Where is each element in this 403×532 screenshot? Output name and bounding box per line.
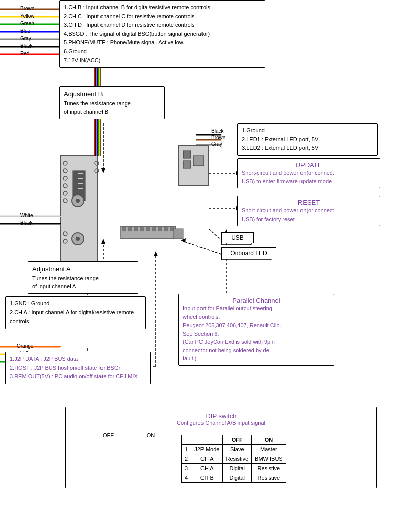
svg-rect-48	[152, 227, 156, 231]
svg-point-28	[72, 195, 84, 207]
usb-label: USB	[231, 234, 244, 241]
svg-point-31	[95, 169, 99, 173]
wire-label-black3: Black	[211, 128, 223, 134]
wire-label-gray2: Gray	[211, 141, 222, 147]
reset-box: RESET Short-circuit and power on(or conn…	[237, 196, 380, 226]
dip-table-cell: CH B	[191, 473, 223, 483]
wire-label-blue: Blue	[20, 28, 30, 34]
wire-label-black1: Black	[20, 43, 32, 49]
svg-point-30	[95, 161, 99, 165]
wire-label-gray: Gray	[20, 36, 31, 41]
channel-a-box: 1.GND : Ground 2.CH A : Input channel A …	[5, 296, 146, 329]
svg-rect-45	[134, 227, 138, 231]
dip-table-cell: BMW IBUS	[252, 454, 286, 464]
wire-label-black2: Black	[20, 220, 32, 226]
dip-table-cell: 2	[182, 454, 191, 464]
adjustment-a-box: Adjustment A Tunes the resistance rangeo…	[28, 261, 138, 294]
svg-marker-54	[101, 168, 105, 173]
svg-point-27	[63, 199, 67, 203]
svg-point-26	[63, 191, 67, 195]
dip-table-cell: Digital	[223, 464, 252, 473]
svg-rect-50	[164, 227, 168, 231]
adjustment-a-title: Adjustment A	[32, 264, 134, 274]
wire-label-yellow1: Yellow	[20, 13, 35, 19]
svg-rect-49	[158, 227, 162, 231]
dip-off-label: OFF	[103, 432, 114, 438]
wire-label-red: Red	[20, 51, 29, 56]
svg-point-24	[63, 176, 67, 180]
wire-label-brown: Brown	[20, 6, 34, 11]
wire-label-brown2: Brown	[211, 135, 225, 140]
onboard-led-label: Onboard LED	[230, 250, 267, 257]
svg-rect-42	[121, 226, 176, 239]
svg-rect-39	[193, 156, 204, 166]
parallel-channel-box: Parallel Channel Input port for Parallel…	[178, 294, 334, 366]
parallel-channel-desc: Input port for Parallel output steeringw…	[183, 304, 330, 363]
dip-table-cell: 1	[182, 445, 191, 454]
adjustment-b-title: Adjustment B	[64, 89, 160, 99]
svg-line-72	[183, 241, 221, 254]
dip-table-cell: Resistive	[252, 473, 286, 483]
dip-table-cell: Resistive	[252, 464, 286, 473]
dip-table-cell: Slave	[223, 445, 252, 454]
svg-rect-44	[128, 227, 132, 231]
usb-label-box: USB	[221, 232, 254, 243]
svg-rect-46	[140, 227, 144, 231]
adjustment-b-box: Adjustment B Tunes the resistance rangeo…	[59, 86, 165, 119]
dip-col-name	[191, 435, 223, 445]
reset-title: RESET	[242, 199, 376, 206]
dip-table-cell: 4	[182, 473, 191, 483]
svg-point-33	[63, 239, 67, 243]
svg-rect-43	[122, 227, 126, 231]
dip-col-off: OFF	[223, 435, 252, 445]
update-title: UPDATE	[242, 161, 376, 169]
svg-marker-56	[101, 239, 105, 244]
reset-desc: Short-circuit and power on(or connectUSB…	[242, 206, 376, 223]
svg-rect-17	[73, 171, 85, 201]
adjustment-a-desc: Tunes the resistance rangeof input chann…	[32, 274, 134, 291]
svg-marker-68	[154, 251, 158, 256]
adjustment-b-desc: Tunes the resistance rangeof input chann…	[64, 99, 160, 116]
update-box: UPDATE Short-circuit and power on(or con…	[237, 158, 380, 188]
wire-label-white: White	[20, 212, 33, 218]
svg-rect-38	[183, 161, 191, 168]
svg-rect-16	[60, 156, 98, 266]
dip-on-label: ON	[147, 432, 155, 438]
svg-rect-36	[178, 146, 209, 186]
dip-switch-desc: Configures Channel A/B input signal	[71, 420, 371, 426]
svg-point-34	[72, 233, 84, 245]
svg-line-61	[209, 229, 220, 239]
svg-rect-51	[170, 227, 174, 231]
svg-rect-52	[173, 229, 183, 239]
dip-switch-title: DIP switch	[71, 412, 371, 420]
svg-point-35	[76, 237, 80, 241]
dip-table-cell: CH A	[191, 464, 223, 473]
dip-switch-section: DIP switch Configures Channel A/B input …	[65, 407, 377, 488]
wire-label-orange: Orange	[17, 343, 33, 349]
svg-rect-47	[146, 227, 150, 231]
svg-point-25	[63, 184, 67, 188]
dip-table-cell: Master	[252, 445, 286, 454]
svg-point-32	[63, 232, 67, 236]
dip-col-on: ON	[252, 435, 286, 445]
svg-marker-73	[181, 238, 186, 243]
onboard-led-box: Onboard LED	[221, 247, 276, 259]
dip-table-cell: 3	[182, 464, 191, 473]
dip-table-cell: Digital	[223, 473, 252, 483]
top-info-box: 1.CH B : Input channel B for digital/res…	[59, 0, 265, 68]
parallel-channel-title: Parallel Channel	[183, 297, 330, 304]
wire-label-green1: Green	[20, 21, 34, 26]
dip-table-cell: Resistive	[223, 454, 252, 464]
svg-rect-37	[183, 151, 191, 158]
svg-point-22	[63, 161, 67, 165]
j2p-box: 1.J2P DATA : J2P BUS data 2.HOST : J2P B…	[5, 352, 151, 384]
dip-col-num	[182, 435, 191, 445]
led-info-box: 1.Ground 2.LED1 : External LED port, 5V …	[237, 123, 378, 156]
update-desc: Short-circuit and power on(or connectUSB…	[242, 169, 376, 185]
svg-point-23	[63, 169, 67, 173]
svg-point-29	[76, 199, 80, 203]
dip-table-cell: CH A	[191, 454, 223, 464]
dip-table-cell: J2P Mode	[191, 445, 223, 454]
